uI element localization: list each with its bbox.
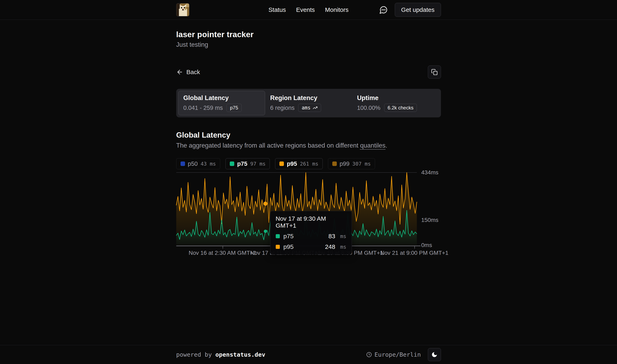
copy-icon bbox=[431, 69, 438, 75]
main-content: laser pointer tracker Just testing Back … bbox=[0, 20, 617, 345]
x-axis-tick bbox=[414, 246, 415, 249]
openstatus-link[interactable]: openstatus.dev bbox=[215, 351, 265, 358]
region-badge: ams bbox=[298, 104, 321, 112]
x-axis-tick bbox=[223, 246, 223, 249]
timezone: Europe/Berlin bbox=[366, 351, 421, 358]
nav-links: Status Events Monitors bbox=[269, 6, 349, 13]
legend-item-p50[interactable]: p50 43 ms bbox=[176, 158, 220, 169]
legend-item-p75[interactable]: p75 97 ms bbox=[225, 158, 270, 169]
latency-chart: Nov 17 at 9:30 AM GMT+1 p75 83 ms p95 24… bbox=[176, 172, 441, 262]
tab-global-latency[interactable]: Global Latency 0.041 - 259 ms p75 bbox=[178, 91, 265, 115]
hover-dot-p75 bbox=[264, 230, 267, 233]
page-subtitle: Just testing bbox=[176, 41, 441, 48]
top-nav: Status Events Monitors Get updates bbox=[0, 0, 617, 20]
tab-title: Global Latency bbox=[184, 94, 260, 102]
copy-link-button[interactable] bbox=[428, 65, 441, 78]
moon-icon bbox=[431, 351, 438, 358]
trending-up-icon bbox=[313, 105, 318, 110]
get-updates-button[interactable]: Get updates bbox=[395, 3, 441, 17]
tab-title: Uptime bbox=[357, 94, 433, 102]
tooltip-row-p95: p95 248 ms bbox=[276, 243, 346, 250]
x-tick-label: Nov 21 at 9:00 PM GMT+1 bbox=[380, 250, 448, 256]
p50-swatch bbox=[181, 161, 185, 166]
page-title: laser pointer tracker bbox=[176, 30, 441, 39]
tab-subtitle: 6 regions bbox=[270, 104, 294, 111]
quantiles-link[interactable]: quantiles bbox=[360, 142, 385, 149]
tooltip-timestamp: Nov 17 at 9:30 AM GMT+1 bbox=[276, 215, 346, 229]
nav-link-status[interactable]: Status bbox=[269, 6, 286, 13]
message-bubble-icon bbox=[379, 5, 388, 14]
tooltip-row-p75: p75 83 ms bbox=[276, 233, 346, 240]
legend-item-p95[interactable]: p95 261 ms bbox=[275, 158, 323, 169]
quantile-badge: p75 bbox=[226, 104, 242, 112]
cat-logo-image bbox=[176, 3, 189, 16]
nav-link-monitors[interactable]: Monitors bbox=[325, 6, 348, 13]
legend-item-p99[interactable]: p99 307 ms bbox=[328, 158, 375, 169]
chart-plot-area[interactable]: Nov 17 at 9:30 AM GMT+1 p75 83 ms p95 24… bbox=[176, 172, 417, 246]
tab-subtitle: 0.041 - 259 ms bbox=[184, 104, 223, 111]
site-logo[interactable] bbox=[176, 3, 189, 16]
hover-dot-p95 bbox=[263, 202, 267, 206]
chart-tooltip: Nov 17 at 9:30 AM GMT+1 p75 83 ms p95 24… bbox=[270, 211, 352, 255]
feedback-button[interactable] bbox=[379, 5, 388, 14]
metric-tabs: Global Latency 0.041 - 259 ms p75 Region… bbox=[176, 89, 441, 117]
x-tick-label: Nov 16 at 2:30 AM GMT+1 bbox=[189, 250, 257, 256]
chart-legend: p50 43 ms p75 97 ms p95 261 ms p99 307 m… bbox=[176, 158, 441, 169]
y-tick-label: 150ms bbox=[421, 217, 438, 223]
tab-region-latency[interactable]: Region Latency 6 regions ams bbox=[265, 91, 352, 115]
nav-link-events[interactable]: Events bbox=[296, 6, 315, 13]
section-title: Global Latency bbox=[176, 131, 441, 139]
theme-toggle-button[interactable] bbox=[428, 348, 441, 361]
p75-swatch bbox=[230, 161, 234, 166]
footer: powered by openstatus.dev Europe/Berlin bbox=[0, 345, 617, 364]
y-tick-label: 0ms bbox=[421, 242, 432, 248]
back-link[interactable]: Back bbox=[176, 69, 200, 76]
p75-swatch bbox=[276, 234, 280, 238]
tab-subtitle: 100.00% bbox=[357, 104, 381, 111]
powered-by: powered by openstatus.dev bbox=[176, 351, 265, 358]
p95-swatch bbox=[276, 245, 280, 249]
tab-title: Region Latency bbox=[270, 94, 347, 102]
section-description: The aggregated latency from all active r… bbox=[176, 142, 441, 149]
p95-swatch bbox=[279, 161, 284, 166]
back-label: Back bbox=[186, 69, 200, 76]
p99-swatch bbox=[332, 161, 337, 166]
y-tick-label: 434ms bbox=[421, 169, 438, 176]
arrow-left-icon bbox=[176, 69, 183, 76]
clock-icon bbox=[366, 351, 372, 358]
checks-badge: 6.2k checks bbox=[384, 104, 417, 112]
tab-uptime[interactable]: Uptime 100.00% 6.2k checks bbox=[352, 91, 439, 115]
